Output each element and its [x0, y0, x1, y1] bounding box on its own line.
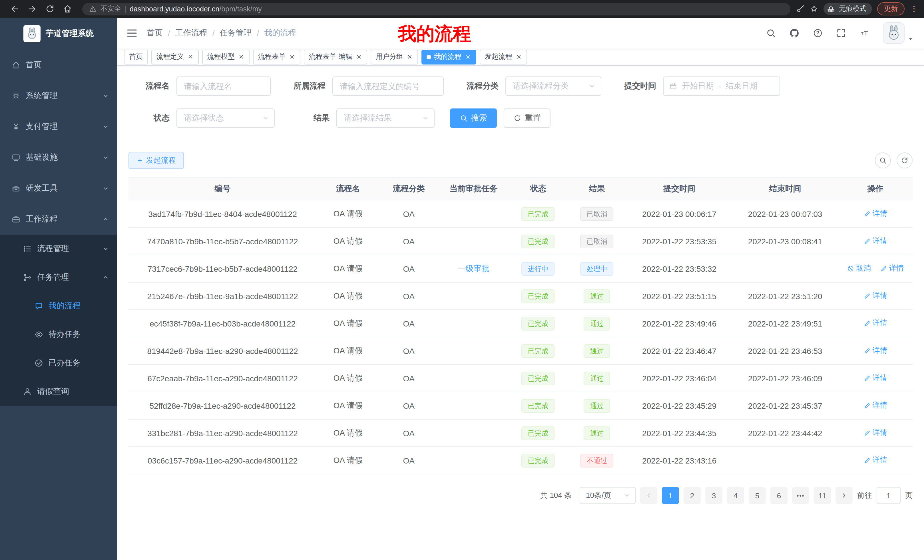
browser-menu-icon[interactable]	[910, 4, 918, 13]
tab[interactable]: 流程表单-编辑	[304, 49, 367, 64]
detail-link[interactable]: 详情	[864, 400, 888, 411]
sidebar-item-my-process[interactable]: 我的流程	[0, 292, 117, 320]
browser-back-icon[interactable]	[10, 4, 20, 14]
current-task-link[interactable]: 一级审批	[458, 264, 489, 273]
browser-forward-icon[interactable]	[27, 4, 37, 14]
detail-link[interactable]: 详情	[864, 346, 888, 356]
search-button[interactable]: 搜索	[450, 108, 497, 128]
tab-close-icon[interactable]	[289, 54, 295, 60]
page-button[interactable]: •••	[792, 487, 809, 504]
search-icon[interactable]	[766, 28, 776, 38]
detail-link[interactable]: 详情	[864, 428, 888, 438]
table-row: ec45f38f-7b9a-11ec-b03b-acde48001122 OA …	[129, 310, 913, 337]
tab[interactable]: 我的流程	[422, 49, 476, 64]
page-button[interactable]: 2	[684, 487, 701, 504]
process-name-input[interactable]	[177, 76, 271, 96]
sidebar-item-infrastructure[interactable]: 基础设施	[0, 142, 117, 173]
cell-status: 进行中	[509, 255, 568, 282]
breadcrumb-workflow[interactable]: 工作流程	[176, 28, 207, 38]
help-icon[interactable]	[813, 28, 823, 38]
page-button[interactable]: 6	[770, 487, 788, 504]
page-button[interactable]: 5	[748, 487, 766, 504]
create-process-button[interactable]: 发起流程	[129, 152, 184, 169]
browser-update-button[interactable]: 更新	[877, 2, 904, 15]
tab[interactable]: 首页	[124, 49, 148, 64]
cell-status: 已完成	[509, 364, 568, 392]
page-button[interactable]: 4	[727, 487, 744, 504]
security-warning-icon[interactable]	[89, 5, 96, 13]
sidebar-item-devtools[interactable]: 研发工具	[0, 173, 117, 204]
category-select[interactable]: 请选择流程分类	[506, 76, 602, 96]
password-key-icon[interactable]	[796, 4, 805, 13]
breadcrumb-task-mgmt[interactable]: 任务管理	[220, 28, 252, 38]
page-button[interactable]: 11	[814, 487, 831, 504]
tab-close-icon[interactable]	[238, 54, 244, 60]
cell-id: 819442e8-7b9a-11ec-a290-acde48001122	[129, 337, 316, 364]
tab-close-icon[interactable]	[516, 54, 522, 60]
sidebar-item-system[interactable]: 系统管理	[0, 81, 117, 111]
submit-time-range-picker[interactable]: 开始日期 - 结束日期	[663, 76, 780, 96]
refresh-icon	[901, 156, 909, 165]
cell-submit-time: 2022-01-22 23:53:32	[627, 255, 732, 282]
navbar-actions	[766, 22, 914, 44]
sidebar-item-process-mgmt[interactable]: 流程管理	[0, 235, 117, 263]
cell-category: OA	[380, 282, 438, 310]
detail-link[interactable]: 详情	[864, 318, 888, 328]
tab-close-icon[interactable]	[356, 54, 362, 60]
tab[interactable]: 流程表单	[253, 49, 300, 64]
browser-home-icon[interactable]	[63, 4, 72, 14]
detail-link[interactable]: 详情	[864, 373, 888, 383]
eye-icon	[34, 330, 44, 339]
avatar[interactable]	[883, 22, 904, 44]
tab-close-icon[interactable]	[465, 54, 471, 60]
tab[interactable]: 流程定义	[152, 49, 199, 64]
toggle-search-button[interactable]	[875, 153, 891, 168]
cell-current-task	[438, 337, 509, 364]
detail-link[interactable]: 详情	[864, 455, 888, 466]
detail-link[interactable]: 详情	[880, 264, 904, 274]
url-bar[interactable]: 不安全 dashboard.yudao.iocoder.cn/bpm/task/…	[82, 3, 790, 15]
detail-link[interactable]: 详情	[864, 209, 888, 219]
page-button[interactable]: 3	[705, 487, 722, 504]
bookmark-star-icon[interactable]	[810, 4, 818, 13]
goto-page-input[interactable]	[877, 487, 901, 504]
github-icon[interactable]	[789, 28, 800, 38]
cell-result: 已取消	[568, 228, 627, 255]
caret-down-icon[interactable]	[908, 36, 914, 42]
prev-page-button[interactable]	[640, 487, 657, 504]
result-select[interactable]: 请选择流结果	[336, 108, 435, 128]
url-divider	[125, 5, 126, 12]
user-menu[interactable]	[883, 22, 914, 44]
tab-close-icon[interactable]	[406, 54, 413, 60]
detail-link[interactable]: 详情	[864, 291, 888, 301]
cancel-link[interactable]: 取消	[847, 264, 871, 274]
menu-fold-icon[interactable]	[126, 27, 138, 39]
tab[interactable]: 用户分组	[370, 49, 418, 64]
sidebar-item-home[interactable]: 首页	[0, 49, 117, 81]
sidebar-item-workflow[interactable]: 工作流程	[0, 204, 117, 235]
status-select[interactable]: 请选择状态	[177, 108, 274, 128]
cell-process-name: OA 请假	[316, 228, 380, 255]
browser-reload-icon[interactable]	[45, 4, 55, 14]
reset-button[interactable]: 重置	[504, 108, 550, 128]
security-label: 不安全	[100, 4, 121, 14]
breadcrumb-current: 我的流程	[264, 28, 296, 38]
fullscreen-icon[interactable]	[836, 28, 846, 38]
sidebar-item-task-mgmt[interactable]: 任务管理	[0, 263, 117, 292]
detail-link[interactable]: 详情	[864, 236, 888, 246]
tab-close-icon[interactable]	[188, 54, 194, 60]
process-definition-input[interactable]	[332, 76, 444, 96]
breadcrumb-home[interactable]: 首页	[147, 28, 163, 38]
sidebar-item-todo-task[interactable]: 待办任务	[0, 320, 117, 349]
app-logo[interactable]: 芋道管理系统	[0, 18, 117, 49]
tab[interactable]: 流程模型	[202, 49, 249, 64]
sidebar-item-done-task[interactable]: 已办任务	[0, 349, 117, 377]
sidebar-item-payment[interactable]: 支付管理	[0, 111, 117, 142]
font-size-icon[interactable]	[860, 28, 870, 38]
sidebar-item-leave-query[interactable]: 请假查询	[0, 377, 117, 406]
tab[interactable]: 发起流程	[480, 49, 527, 64]
next-page-button[interactable]	[836, 487, 853, 504]
page-size-select[interactable]: 10条/页	[580, 487, 636, 504]
refresh-table-button[interactable]	[897, 153, 913, 168]
page-button[interactable]: 1	[662, 487, 679, 504]
